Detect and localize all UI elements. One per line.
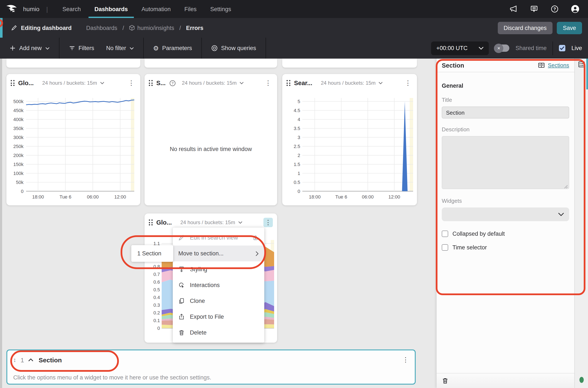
widget-title: Glo... (18, 80, 34, 86)
breadcrumb-current-errors: Errors (186, 24, 203, 31)
section-description-textarea[interactable] (442, 136, 569, 189)
svg-text:2: 2 (298, 153, 300, 158)
shared-time-toggle[interactable]: ✕ (495, 45, 510, 52)
svg-text:250k: 250k (13, 144, 24, 149)
section-hint-text: Click the options menu of a widget to mo… (13, 374, 211, 381)
menu-item-styling[interactable]: Styling (173, 261, 264, 277)
widget-context-menu: Edit in search view Move to section... S… (173, 228, 264, 343)
time-selector-row[interactable]: Time selector (442, 244, 569, 251)
crowdstrike-falcon-logo-icon[interactable] (0, 0, 23, 18)
svg-text:150k: 150k (13, 162, 24, 167)
save-button[interactable]: Save (557, 22, 582, 34)
drag-handle-icon[interactable] (149, 80, 152, 86)
help-icon[interactable]: ? (550, 5, 559, 13)
svg-text:400k: 400k (13, 117, 24, 122)
toolbar-divider (553, 41, 553, 55)
collapsed-checkbox[interactable] (442, 231, 448, 237)
move-to-section-submenu-item[interactable]: 1 Section (131, 245, 173, 262)
widget-timespan-dropdown[interactable]: 24 hours / buckets: 15m (182, 80, 244, 86)
widget-timespan-dropdown[interactable]: 24 hours / buckets: 15m (42, 80, 104, 86)
menu-item-export-to-file[interactable]: Export to File (173, 309, 264, 325)
collapse-chevron-up-icon[interactable] (28, 358, 34, 362)
canvas-left-gutter (0, 59, 2, 388)
sections-link[interactable]: Sections (548, 62, 569, 69)
breadcrumb-dashboards[interactable]: Dashboards (86, 24, 118, 31)
section-settings-panel: Section Sections General Title Descripti… (437, 59, 574, 388)
collapsed-by-default-row[interactable]: Collapsed by default (442, 231, 569, 237)
live-label: Live (571, 45, 582, 51)
chevron-down-icon (100, 82, 104, 84)
panel-properties-icon[interactable] (578, 61, 585, 68)
widget-options-kebab-icon[interactable]: ⋮ (127, 78, 136, 88)
lock-icon (252, 234, 259, 241)
status-green-dot (579, 377, 584, 383)
drag-handle-icon[interactable] (149, 219, 152, 225)
widget-help-icon[interactable]: ? (169, 80, 176, 86)
svg-text:2.5: 2.5 (294, 144, 300, 149)
svg-text:0.1: 0.1 (153, 318, 160, 323)
widget-search-spike-chart: Sear... 24 hours / buckets: 15m ⋮ 54.543… (282, 74, 417, 205)
widget-options-kebab-icon[interactable]: ⋮ (263, 78, 273, 88)
svg-text:3.5: 3.5 (294, 126, 300, 131)
copy-icon (178, 298, 185, 304)
reorder-updown-icon[interactable]: ↕ (13, 356, 16, 363)
menu-item-clone[interactable]: Clone (173, 293, 264, 309)
dashboard-section-dropzone: ↕ 1 Section ⋮ Click the options menu of … (6, 349, 416, 385)
timezone-dropdown[interactable]: +00:00 UTC (431, 41, 489, 55)
add-new-button[interactable]: Add new (0, 38, 59, 59)
toolbar-time-controls: +00:00 UTC ✕ Shared time Live (431, 38, 588, 59)
trash-icon (178, 329, 185, 336)
nav-item-dashboards[interactable]: Dashboards (89, 0, 134, 18)
pencil-icon (178, 234, 185, 241)
description-label: Description (442, 126, 569, 133)
breadcrumb-repo[interactable]: humio/insights (129, 24, 174, 31)
show-queries-button[interactable]: Show queries (202, 38, 266, 59)
user-avatar-icon[interactable] (571, 5, 579, 13)
nav-item-search[interactable]: Search (56, 0, 87, 18)
svg-text:0.6: 0.6 (153, 279, 160, 285)
show-queries-eye-icon (211, 45, 218, 51)
svg-text:06:00: 06:00 (87, 194, 98, 199)
line-chart: 500k450k400k350k300k250k200k150k100k50k0… (6, 89, 140, 217)
widget-title: S... (156, 80, 166, 86)
drag-handle-icon[interactable] (11, 80, 14, 86)
section-title-input[interactable] (442, 106, 569, 119)
widget-options-kebab-icon[interactable]: ⋮ (403, 78, 413, 88)
nav-item-settings[interactable]: Settings (204, 0, 237, 18)
rail-scroll-indicator[interactable] (586, 59, 588, 89)
svg-text:200k: 200k (13, 153, 24, 158)
title-label: Title (442, 97, 569, 103)
svg-text:0.5: 0.5 (294, 180, 300, 185)
filters-button[interactable]: Filters (59, 38, 104, 59)
section-options-kebab-icon[interactable]: ⋮ (402, 356, 409, 364)
nav-item-automation[interactable]: Automation (136, 0, 177, 18)
menu-item-interactions[interactable]: Interactions (173, 277, 264, 293)
discard-changes-button[interactable]: Discard changes (497, 22, 553, 34)
parameters-button[interactable]: ⚙ Parameters (144, 38, 201, 59)
menu-item-move-to-section[interactable]: Move to section... (173, 245, 264, 261)
menu-item-edit-in-search-view: Edit in search view (173, 230, 264, 245)
svg-text:4.5: 4.5 (294, 108, 300, 113)
svg-text:Tue 6: Tue 6 (59, 194, 71, 199)
widget-header: Glo... 24 hours / buckets: 15m ⋮ (144, 214, 277, 228)
filter-selector[interactable]: No filter (104, 38, 143, 59)
widget-options-kebab-icon-active[interactable]: ⋮ (263, 218, 273, 227)
svg-text:06:00: 06:00 (362, 194, 374, 199)
nav-item-files[interactable]: Files (178, 0, 203, 18)
delete-section-trash-icon[interactable] (442, 377, 448, 384)
widget-timespan-dropdown[interactable]: 24 hours / buckets: 15m (321, 80, 383, 86)
chevron-down-icon (238, 221, 242, 224)
widget-timespan-dropdown[interactable]: 24 hours / buckets: 15m (181, 219, 242, 225)
drag-handle-icon[interactable] (286, 80, 290, 86)
paint-icon (178, 266, 185, 272)
svg-text:0.5: 0.5 (153, 287, 160, 292)
menu-item-delete[interactable]: Delete (173, 325, 264, 340)
time-selector-checkbox[interactable] (442, 244, 448, 251)
repository-cube-icon (129, 25, 135, 31)
announcements-megaphone-icon[interactable] (509, 5, 518, 13)
widget-header: Glo... 24 hours / buckets: 15m ⋮ (6, 74, 140, 89)
live-checkbox[interactable] (559, 45, 565, 51)
resize-grip-icon[interactable] (564, 185, 568, 189)
widgets-select[interactable] (442, 207, 569, 221)
feedback-chat-icon[interactable] (530, 5, 538, 13)
